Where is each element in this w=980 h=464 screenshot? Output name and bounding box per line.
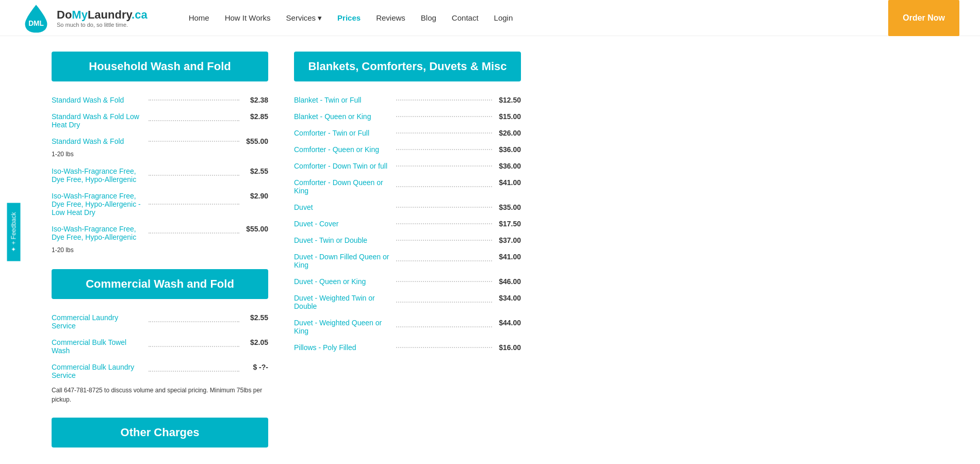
logo-svg: DML (21, 3, 52, 34)
chevron-down-icon: ▾ (318, 13, 322, 23)
nav-blog[interactable]: Blog (421, 13, 436, 22)
nav-home[interactable]: Home (189, 13, 209, 22)
svg-text:DML: DML (28, 19, 44, 27)
logo-name: DoMyLaundry.ca (57, 8, 148, 22)
navbar: DML DoMyLaundry.ca So much to do, so lit… (0, 0, 980, 36)
order-now-button[interactable]: Order Now (888, 0, 959, 36)
blanket-item-0: Blanket - Twin or Full $12.50 (294, 92, 521, 108)
blanket-item-13: Pillows - Poly Filled $16.00 (294, 339, 521, 356)
blanket-item-9: Duvet - Down Filled Queen or King $41.00 (294, 248, 521, 273)
commercial-item-1: Commercial Bulk Towel Wash $2.05 (52, 334, 268, 359)
household-item-5: Iso-Wash-Fragrance Free, Dye Free, Hypo-… (52, 221, 268, 245)
commercial-item-0: Commercial Laundry Service $2.55 (52, 309, 268, 334)
blanket-item-3: Comforter - Queen or King $36.00 (294, 141, 521, 158)
household-item-2-note: 1-20 lbs (52, 150, 268, 163)
household-item-0: Standard Wash & Fold $2.38 (52, 92, 268, 108)
feedback-icon: ✦ (10, 247, 18, 252)
page-content: Household Wash and Fold Standard Wash & … (0, 36, 980, 464)
blanket-item-7: Duvet - Cover $17.50 (294, 216, 521, 232)
logo[interactable]: DML DoMyLaundry.ca So much to do, so lit… (21, 3, 148, 34)
left-column: Household Wash and Fold Standard Wash & … (52, 52, 268, 458)
feedback-label: + Feedback (10, 212, 18, 244)
blanket-item-6: Duvet $35.00 (294, 199, 521, 216)
logo-tagline: So much to do, so little time. (57, 22, 148, 28)
other-charges-header: Other Charges (52, 418, 268, 448)
blanket-item-4: Comforter - Down Twin or full $36.00 (294, 158, 521, 174)
right-column: Blankets, Comforters, Duvets & Misc Blan… (294, 52, 521, 458)
household-item-2: Standard Wash & Fold $55.00 (52, 133, 268, 150)
nav-how-it-works[interactable]: How It Works (225, 13, 271, 22)
household-item-1: Standard Wash & Fold Low Heat Dry $2.85 (52, 108, 268, 133)
nav-prices[interactable]: Prices (337, 13, 361, 22)
nav-links: Home How It Works Services ▾ Prices Revi… (189, 0, 959, 36)
household-item-4: Iso-Wash-Fragrance Free, Dye Free, Hypo-… (52, 188, 268, 221)
blanket-item-2: Comforter - Twin or Full $26.00 (294, 125, 521, 141)
household-header: Household Wash and Fold (52, 52, 268, 81)
blanket-item-1: Blanket - Queen or King $15.00 (294, 108, 521, 125)
nav-login[interactable]: Login (494, 13, 513, 22)
household-item-5-note: 1-20 lbs (52, 245, 268, 259)
nav-reviews[interactable]: Reviews (376, 13, 405, 22)
blanket-item-8: Duvet - Twin or Double $37.00 (294, 232, 521, 248)
blanket-item-12: Duvet - Weighted Queen or King $44.00 (294, 314, 521, 339)
blankets-header: Blankets, Comforters, Duvets & Misc (294, 52, 521, 81)
blanket-item-11: Duvet - Weighted Twin or Double $34.00 (294, 290, 521, 314)
household-item-3: Iso-Wash-Fragrance Free, Dye Free, Hypo-… (52, 163, 268, 188)
nav-contact[interactable]: Contact (452, 13, 479, 22)
commercial-header: Commercial Wash and Fold (52, 269, 268, 299)
commercial-item-2-note: Call 647-781-8725 to discuss volume and … (52, 384, 268, 409)
blanket-item-10: Duvet - Queen or King $46.00 (294, 273, 521, 290)
nav-services[interactable]: Services ▾ (286, 13, 322, 23)
feedback-tab[interactable]: ✦ + Feedback (7, 203, 21, 261)
commercial-item-2: Commercial Bulk Laundry Service $ -?- (52, 359, 268, 384)
blanket-item-5: Comforter - Down Queen or King $41.00 (294, 174, 521, 199)
